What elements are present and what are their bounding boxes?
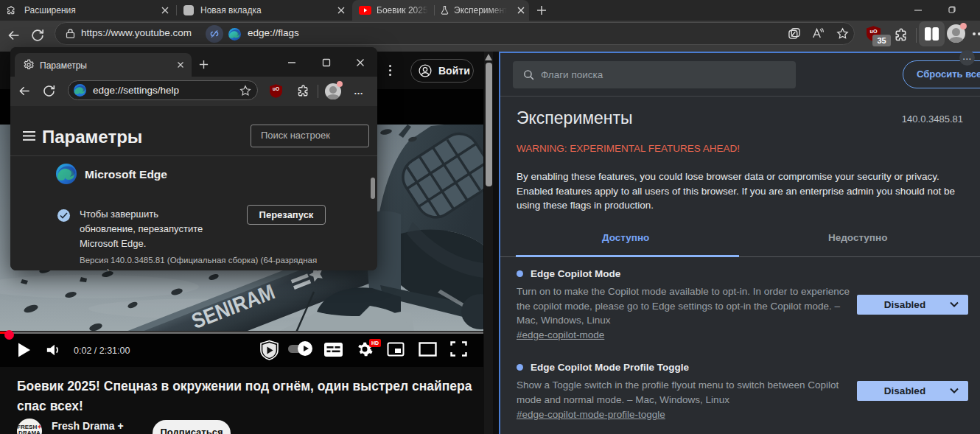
svg-text:uO: uO bbox=[273, 87, 279, 92]
